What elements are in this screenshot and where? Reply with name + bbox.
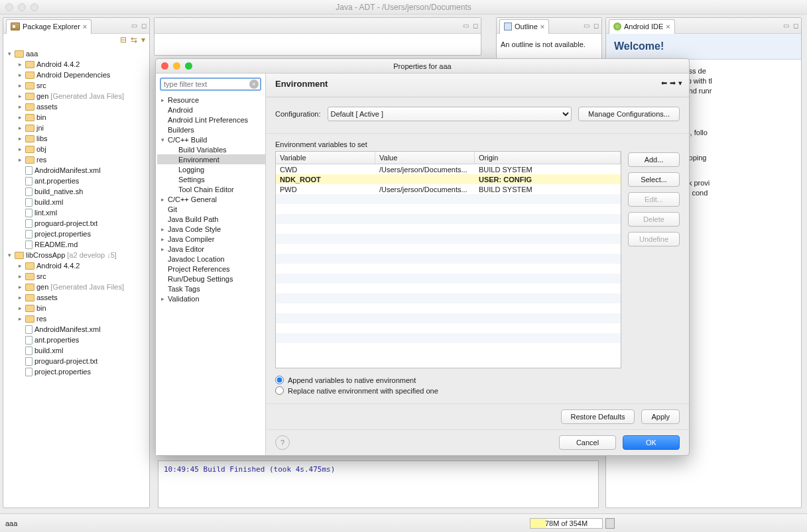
- category-java-compiler[interactable]: ▸Java Compiler: [157, 234, 265, 244]
- gc-icon[interactable]: [605, 518, 615, 529]
- table-row[interactable]: CWD/Users/jerson/Documents...BUILD SYSTE…: [276, 164, 621, 174]
- category-android-lint-preferences[interactable]: Android Lint Preferences: [157, 115, 265, 125]
- tab-package-explorer[interactable]: Package Explorer ×: [6, 19, 92, 34]
- tree-item[interactable]: ▸bin: [6, 303, 147, 313]
- maximize-icon[interactable]: ◻: [793, 22, 798, 29]
- close-window-icon[interactable]: [161, 62, 168, 70]
- collapse-all-icon[interactable]: ⊟: [120, 35, 127, 46]
- tree-item[interactable]: ant.properties: [6, 335, 147, 345]
- project-row[interactable]: ▾aaa: [6, 48, 147, 59]
- col-value[interactable]: Value: [375, 152, 475, 164]
- env-table[interactable]: Variable Value Origin CWD/Users/jerson/D…: [275, 151, 621, 368]
- back-icon[interactable]: ⬅: [661, 79, 667, 87]
- col-variable[interactable]: Variable: [276, 152, 375, 164]
- filter-input[interactable]: [160, 78, 261, 91]
- tree-item[interactable]: ▸res: [6, 313, 147, 324]
- restore-defaults-button[interactable]: Restore Defaults: [561, 409, 635, 424]
- tree-item[interactable]: ▸bin: [6, 112, 147, 123]
- manage-configs-button[interactable]: Manage Configurations...: [578, 107, 680, 121]
- tree-item[interactable]: ▸obj: [6, 144, 147, 154]
- tree-item[interactable]: build.xml: [6, 197, 147, 207]
- tree-item[interactable]: lint.xml: [6, 207, 147, 218]
- cancel-button[interactable]: Cancel: [559, 435, 616, 450]
- category-builders[interactable]: Builders: [157, 125, 265, 134]
- minimize-icon[interactable]: ▭: [131, 22, 137, 29]
- tree-item[interactable]: project.properties: [6, 366, 147, 377]
- category-logging[interactable]: Logging: [157, 164, 265, 174]
- category-build-variables[interactable]: Build Variables: [157, 144, 265, 154]
- close-icon[interactable]: ×: [540, 23, 544, 30]
- zoom-window-icon[interactable]: [185, 62, 192, 70]
- link-editor-icon[interactable]: ⇆: [131, 35, 137, 46]
- tree-item[interactable]: ▸Android Dependencies: [6, 70, 147, 80]
- category-java-build-path[interactable]: Java Build Path: [157, 214, 265, 224]
- minimize-icon[interactable]: ▭: [463, 22, 469, 29]
- category-javadoc-location[interactable]: Javadoc Location: [157, 254, 265, 264]
- category-project-references[interactable]: Project References: [157, 264, 265, 274]
- close-icon[interactable]: ×: [666, 23, 670, 30]
- category-java-editor[interactable]: ▸Java Editor: [157, 244, 265, 254]
- tree-item[interactable]: AndroidManifest.xml: [6, 324, 147, 335]
- category-android[interactable]: Android: [157, 105, 265, 115]
- category-c-c-general[interactable]: ▸C/C++ General: [157, 194, 265, 204]
- minimize-icon[interactable]: ▭: [584, 22, 590, 29]
- tree-item[interactable]: proguard-project.txt: [6, 218, 147, 229]
- tree-item[interactable]: ant.properties: [6, 176, 147, 186]
- category-resource[interactable]: ▸Resource: [157, 95, 265, 105]
- delete-button[interactable]: Delete: [628, 212, 680, 227]
- tab-outline[interactable]: Outline ×: [499, 19, 549, 34]
- tree-item[interactable]: build_native.sh: [6, 186, 147, 197]
- table-row[interactable]: PWD/Users/jerson/Documents...BUILD SYSTE…: [276, 184, 621, 194]
- select-button[interactable]: Select...: [628, 172, 680, 187]
- radio-replace[interactable]: Replace native environment with specifie…: [275, 386, 680, 395]
- tree-item[interactable]: ▸gen [Generated Java Files]: [6, 282, 147, 292]
- forward-icon[interactable]: ➡: [670, 79, 676, 87]
- minimize-icon[interactable]: ▭: [783, 22, 789, 29]
- category-tool-chain-editor[interactable]: Tool Chain Editor: [157, 184, 265, 194]
- add-button[interactable]: Add...: [628, 152, 680, 167]
- category-git[interactable]: Git: [157, 204, 265, 214]
- tab-android-ide[interactable]: Android IDE ×: [609, 19, 675, 34]
- package-tree[interactable]: ▾aaa▸Android 4.4.2▸Android Dependencies▸…: [6, 48, 147, 505]
- tree-item[interactable]: ▸src: [6, 80, 147, 91]
- ok-button[interactable]: OK: [623, 435, 680, 450]
- tree-item[interactable]: project.properties: [6, 229, 147, 239]
- project-row[interactable]: ▾libCrossApp [a2 develop ↓5]: [6, 250, 147, 260]
- tree-item[interactable]: ▸Android 4.4.2: [6, 59, 147, 70]
- config-select[interactable]: Default [ Active ]: [328, 107, 572, 121]
- maximize-icon[interactable]: ◻: [141, 22, 147, 29]
- radio-append[interactable]: Append variables to native environment: [275, 376, 680, 384]
- tree-item[interactable]: ▸Android 4.4.2: [6, 260, 147, 271]
- apply-button[interactable]: Apply: [641, 409, 680, 424]
- edit-button[interactable]: Edit...: [628, 192, 680, 207]
- tree-item[interactable]: AndroidManifest.xml: [6, 165, 147, 176]
- tree-item[interactable]: ▸assets: [6, 101, 147, 112]
- col-origin[interactable]: Origin: [475, 152, 621, 164]
- view-menu-icon[interactable]: ▾: [141, 35, 145, 46]
- category-tree[interactable]: ▸ResourceAndroidAndroid Lint Preferences…: [156, 95, 265, 455]
- tree-item[interactable]: ▸jni: [6, 123, 147, 133]
- clear-filter-icon[interactable]: ×: [249, 80, 259, 89]
- menu-icon[interactable]: ▾: [678, 79, 682, 87]
- tree-item[interactable]: ▸libs: [6, 133, 147, 144]
- category-run-debug-settings[interactable]: Run/Debug Settings: [157, 274, 265, 284]
- tree-item[interactable]: proguard-project.txt: [6, 356, 147, 366]
- maximize-icon[interactable]: ◻: [473, 22, 478, 29]
- category-java-code-style[interactable]: ▸Java Code Style: [157, 224, 265, 234]
- minimize-window-icon[interactable]: [173, 62, 180, 70]
- tree-item[interactable]: build.xml: [6, 345, 147, 356]
- undefine-button[interactable]: Undefine: [628, 232, 680, 246]
- maximize-icon[interactable]: ◻: [593, 22, 599, 29]
- category-c-c-build[interactable]: ▾C/C++ Build: [157, 134, 265, 144]
- category-validation[interactable]: ▸Validation: [157, 293, 265, 303]
- category-task-tags[interactable]: Task Tags: [157, 284, 265, 293]
- tree-item[interactable]: README.md: [6, 239, 147, 250]
- close-icon[interactable]: ×: [83, 23, 87, 30]
- tree-item[interactable]: ▸gen [Generated Java Files]: [6, 91, 147, 101]
- help-icon[interactable]: ?: [275, 435, 290, 450]
- tree-item[interactable]: ▸assets: [6, 292, 147, 303]
- tree-item[interactable]: ▸src: [6, 271, 147, 282]
- category-settings[interactable]: Settings: [157, 174, 265, 184]
- tree-item[interactable]: ▸res: [6, 154, 147, 165]
- category-environment[interactable]: Environment: [157, 154, 265, 164]
